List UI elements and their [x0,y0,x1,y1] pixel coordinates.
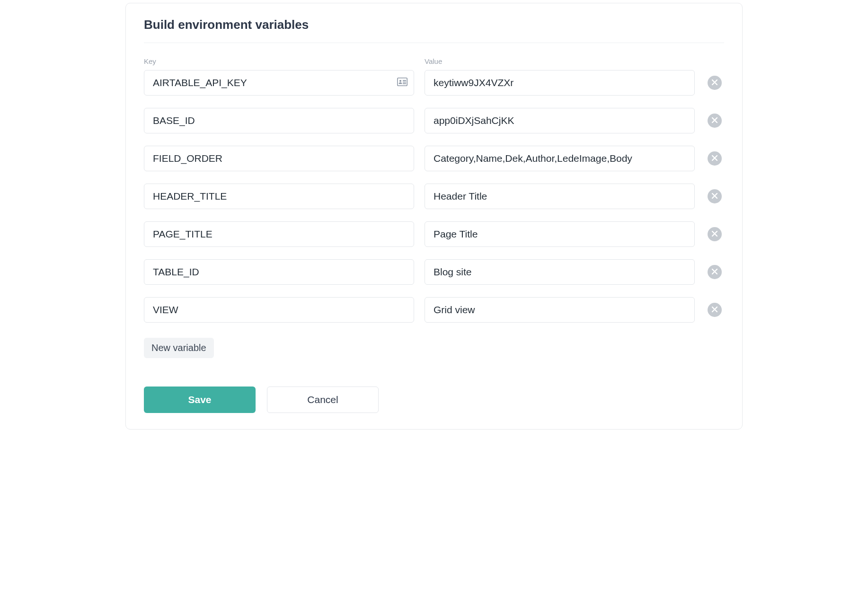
value-input[interactable] [425,221,695,247]
key-input[interactable] [144,146,414,171]
close-icon [712,155,717,162]
column-header-value: Value [425,57,695,65]
cancel-button[interactable]: Cancel [267,387,379,413]
key-input-wrap [144,70,414,96]
key-input-wrap [144,184,414,209]
value-input[interactable] [425,297,695,323]
column-headers: Key Value [144,57,724,65]
column-header-key: Key [144,57,414,65]
key-input-wrap [144,297,414,323]
env-var-row [144,146,724,171]
key-input[interactable] [144,70,414,96]
delete-row-button[interactable] [708,265,722,279]
key-input[interactable] [144,221,414,247]
key-input[interactable] [144,297,414,323]
env-var-row [144,108,724,133]
section-title: Build environment variables [144,18,724,32]
value-input[interactable] [425,259,695,285]
env-var-row [144,184,724,209]
value-input[interactable] [425,70,695,96]
env-var-row [144,259,724,285]
env-vars-list [144,70,724,323]
value-input[interactable] [425,146,695,171]
key-input[interactable] [144,108,414,133]
save-button[interactable]: Save [144,387,256,413]
close-icon [712,231,717,238]
value-input-wrap [425,259,695,285]
value-input-wrap [425,108,695,133]
value-input-wrap [425,184,695,209]
key-input-wrap [144,146,414,171]
close-icon [712,307,717,314]
env-vars-card: Build environment variables Key Value Ne… [125,3,743,430]
delete-row-button[interactable] [708,303,722,317]
value-input-wrap [425,146,695,171]
delete-row-button[interactable] [708,189,722,203]
env-var-row [144,221,724,247]
value-input-wrap [425,221,695,247]
env-var-row [144,297,724,323]
column-header-spacer [705,57,724,65]
close-icon [712,193,717,200]
delete-row-button[interactable] [708,76,722,90]
new-variable-button[interactable]: New variable [144,338,214,358]
value-input-wrap [425,297,695,323]
key-input[interactable] [144,184,414,209]
close-icon [712,117,717,124]
value-input-wrap [425,70,695,96]
key-input-wrap [144,259,414,285]
value-input[interactable] [425,184,695,209]
key-input[interactable] [144,259,414,285]
env-var-row [144,70,724,96]
value-input[interactable] [425,108,695,133]
key-input-wrap [144,108,414,133]
delete-row-button[interactable] [708,227,722,241]
close-icon [712,79,717,87]
close-icon [712,269,717,276]
delete-row-button[interactable] [708,114,722,128]
form-actions: Save Cancel [144,387,724,413]
delete-row-button[interactable] [708,151,722,166]
key-input-wrap [144,221,414,247]
divider [144,43,724,43]
